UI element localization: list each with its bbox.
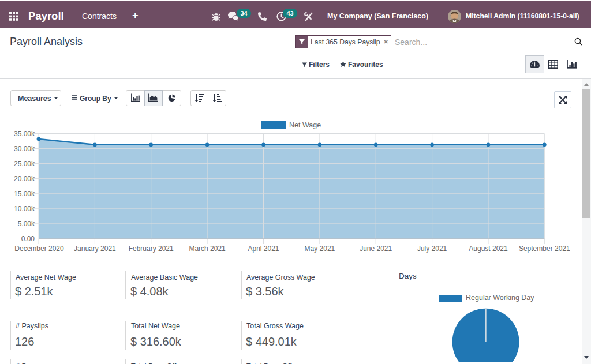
svg-text:30.00k: 30.00k [14, 145, 35, 153]
svg-text:August 2021: August 2021 [469, 245, 508, 253]
svg-text:20.00k: 20.00k [14, 175, 35, 183]
svg-text:15.00k: 15.00k [14, 190, 35, 198]
svg-text:5.00k: 5.00k [18, 220, 35, 228]
svg-text:December 2020: December 2020 [14, 245, 64, 253]
svg-text:July 2021: July 2021 [417, 245, 447, 253]
svg-text:10.00k: 10.00k [14, 205, 35, 213]
svg-text:35.00k: 35.00k [14, 130, 35, 138]
svg-text:March 2021: March 2021 [189, 245, 226, 253]
svg-text:February 2021: February 2021 [129, 245, 174, 253]
svg-text:0.00: 0.00 [21, 235, 35, 243]
svg-text:April 2021: April 2021 [248, 245, 279, 253]
svg-text:June 2021: June 2021 [360, 245, 392, 253]
svg-text:May 2021: May 2021 [305, 245, 335, 253]
svg-text:September 2021: September 2021 [519, 245, 570, 253]
svg-text:25.00k: 25.00k [14, 160, 35, 168]
svg-text:January 2021: January 2021 [74, 245, 116, 253]
